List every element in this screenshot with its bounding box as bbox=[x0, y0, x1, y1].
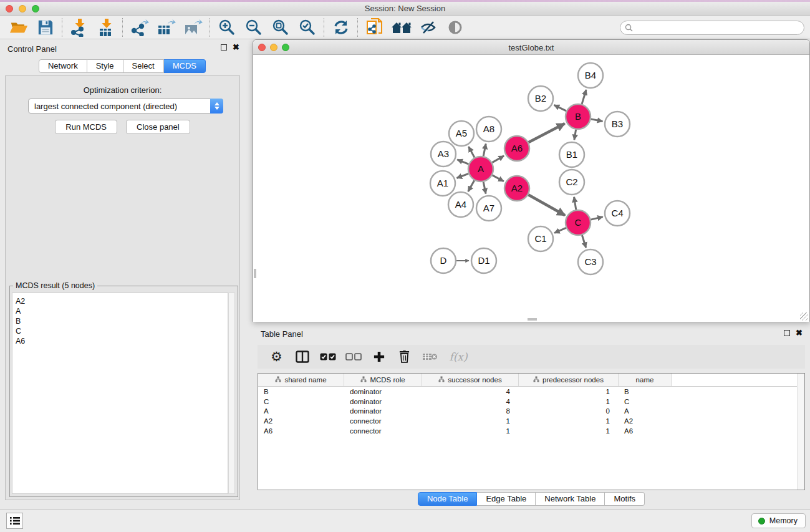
export-image-icon[interactable] bbox=[180, 17, 206, 37]
cell-predecessor-nodes[interactable]: 1 bbox=[519, 398, 619, 405]
network-graph[interactable]: B4B2BB3A5A8A6A3B1AA1A2C2A4A7C4CC1C3DD1 bbox=[253, 56, 809, 322]
cell-shared-name[interactable]: A6 bbox=[258, 427, 344, 435]
export-network-icon[interactable] bbox=[126, 17, 153, 37]
search-field[interactable] bbox=[620, 21, 804, 35]
save-session-icon[interactable] bbox=[32, 17, 59, 37]
edge-B-B4[interactable] bbox=[582, 90, 586, 104]
edge-B-B3[interactable] bbox=[591, 119, 603, 122]
network-window-titlebar[interactable]: testGlobe.txt bbox=[253, 40, 809, 55]
cell-MCDS-role[interactable]: connector bbox=[344, 427, 422, 435]
column-header-name[interactable]: name bbox=[619, 374, 672, 386]
search-input[interactable] bbox=[633, 24, 804, 32]
close-panel-icon[interactable]: ✖ bbox=[233, 44, 239, 51]
tab-edge-table[interactable]: Edge Table bbox=[477, 492, 536, 506]
show-details-icon[interactable] bbox=[441, 17, 468, 37]
add-column-icon[interactable] bbox=[367, 347, 390, 366]
refresh-icon[interactable] bbox=[327, 17, 354, 37]
delete-table-icon[interactable] bbox=[418, 347, 441, 366]
edge-A-A8[interactable] bbox=[483, 144, 486, 157]
open-session-icon[interactable] bbox=[5, 17, 32, 37]
import-network-icon[interactable] bbox=[65, 17, 92, 37]
cell-shared-name[interactable]: C bbox=[258, 398, 344, 405]
tab-select[interactable]: Select bbox=[123, 59, 164, 73]
export-table-icon[interactable] bbox=[153, 17, 180, 37]
tab-mcds[interactable]: MCDS bbox=[164, 59, 206, 73]
edge-A-A5[interactable] bbox=[469, 147, 475, 158]
column-header-MCDS-role[interactable]: MCDS role bbox=[344, 374, 422, 386]
vertical-scroll-indicator[interactable] bbox=[254, 269, 256, 278]
function-builder-icon[interactable]: f(x) bbox=[444, 347, 473, 366]
edge-A6-B[interactable] bbox=[529, 123, 565, 142]
edge-A2-C[interactable] bbox=[528, 195, 565, 215]
tab-network[interactable]: Network bbox=[39, 59, 87, 73]
result-item[interactable]: A bbox=[16, 306, 228, 316]
cell-successor-nodes[interactable]: 1 bbox=[422, 427, 519, 435]
table-row[interactable]: A6connector11A6 bbox=[258, 426, 804, 436]
zoom-in-icon[interactable] bbox=[213, 17, 240, 37]
result-scrollbar[interactable] bbox=[228, 293, 235, 494]
cell-name[interactable]: A bbox=[619, 407, 672, 415]
result-item[interactable]: C bbox=[16, 326, 228, 336]
node-table[interactable]: shared nameMCDS rolesuccessor nodesprede… bbox=[258, 373, 805, 490]
edge-C-C4[interactable] bbox=[591, 217, 602, 220]
close-panel-button[interactable]: Close panel bbox=[126, 120, 190, 134]
tab-network-table[interactable]: Network Table bbox=[536, 492, 605, 506]
cell-MCDS-role[interactable]: dominator bbox=[344, 398, 422, 405]
edge-A-A1[interactable] bbox=[457, 173, 469, 178]
zoom-selected-icon[interactable] bbox=[294, 17, 321, 37]
table-row[interactable]: Adominator80A bbox=[258, 406, 804, 416]
float-panel-icon[interactable] bbox=[221, 44, 227, 51]
tab-style[interactable]: Style bbox=[87, 59, 123, 73]
hide-details-icon[interactable] bbox=[415, 17, 441, 37]
mcds-result-list[interactable]: A2ABCA6 bbox=[12, 293, 228, 494]
zoom-fit-icon[interactable] bbox=[267, 17, 294, 37]
cell-successor-nodes[interactable]: 1 bbox=[422, 417, 519, 425]
task-history-button[interactable] bbox=[6, 513, 23, 529]
cell-predecessor-nodes[interactable]: 1 bbox=[519, 388, 619, 395]
edge-A-A6[interactable] bbox=[492, 156, 504, 163]
cell-successor-nodes[interactable]: 4 bbox=[422, 398, 519, 405]
edge-B-B1[interactable] bbox=[574, 130, 576, 140]
float-table-panel-icon[interactable] bbox=[784, 330, 790, 336]
edge-A-A4[interactable] bbox=[468, 180, 475, 191]
optimization-dropdown[interactable]: largest connected component (directed) bbox=[28, 99, 223, 114]
edge-C-C1[interactable] bbox=[554, 228, 566, 233]
cell-shared-name[interactable]: A2 bbox=[258, 417, 344, 425]
tab-motifs[interactable]: Motifs bbox=[605, 492, 645, 506]
edge-B-B2[interactable] bbox=[554, 105, 567, 111]
cell-name[interactable]: A2 bbox=[619, 417, 672, 425]
result-item[interactable]: B bbox=[16, 316, 228, 326]
edge-C-C2[interactable] bbox=[574, 197, 576, 210]
cell-MCDS-role[interactable]: dominator bbox=[344, 388, 422, 395]
edge-A-A2[interactable] bbox=[493, 175, 504, 181]
cell-successor-nodes[interactable]: 8 bbox=[422, 407, 519, 415]
tab-node-table[interactable]: Node Table bbox=[418, 492, 478, 506]
run-mcds-button[interactable]: Run MCDS bbox=[55, 120, 117, 134]
table-scrollbar[interactable] bbox=[797, 374, 804, 490]
table-row[interactable]: A2connector11A2 bbox=[258, 416, 804, 426]
gear-icon[interactable]: ⚙ bbox=[265, 347, 288, 366]
cell-shared-name[interactable]: A bbox=[258, 407, 344, 415]
cell-name[interactable]: A6 bbox=[619, 427, 672, 435]
cell-MCDS-role[interactable]: dominator bbox=[344, 407, 422, 415]
import-table-icon[interactable] bbox=[92, 17, 119, 37]
cell-name[interactable]: B bbox=[619, 388, 672, 395]
delete-column-icon[interactable] bbox=[393, 347, 416, 366]
table-row[interactable]: Cdominator41C bbox=[258, 397, 804, 407]
result-item[interactable]: A2 bbox=[16, 296, 228, 306]
table-row[interactable]: Bdominator41B bbox=[258, 387, 804, 397]
cell-MCDS-role[interactable]: connector bbox=[344, 417, 422, 425]
resize-grip[interactable] bbox=[800, 312, 808, 321]
cell-predecessor-nodes[interactable]: 1 bbox=[519, 417, 619, 425]
horizontal-scroll-indicator[interactable] bbox=[528, 318, 537, 321]
home-icon[interactable] bbox=[388, 17, 415, 37]
split-columns-icon[interactable] bbox=[291, 347, 314, 366]
close-table-panel-icon[interactable]: ✖ bbox=[796, 330, 803, 336]
memory-button[interactable]: Memory bbox=[751, 513, 806, 528]
zoom-out-icon[interactable] bbox=[240, 17, 267, 37]
cell-name[interactable]: C bbox=[619, 398, 672, 405]
cell-predecessor-nodes[interactable]: 1 bbox=[519, 427, 619, 435]
edge-A-A3[interactable] bbox=[457, 160, 468, 164]
select-all-icon[interactable] bbox=[316, 347, 339, 366]
network-canvas[interactable]: B4B2BB3A5A8A6A3B1AA1A2C2A4A7C4CC1C3DD1 bbox=[253, 56, 809, 322]
